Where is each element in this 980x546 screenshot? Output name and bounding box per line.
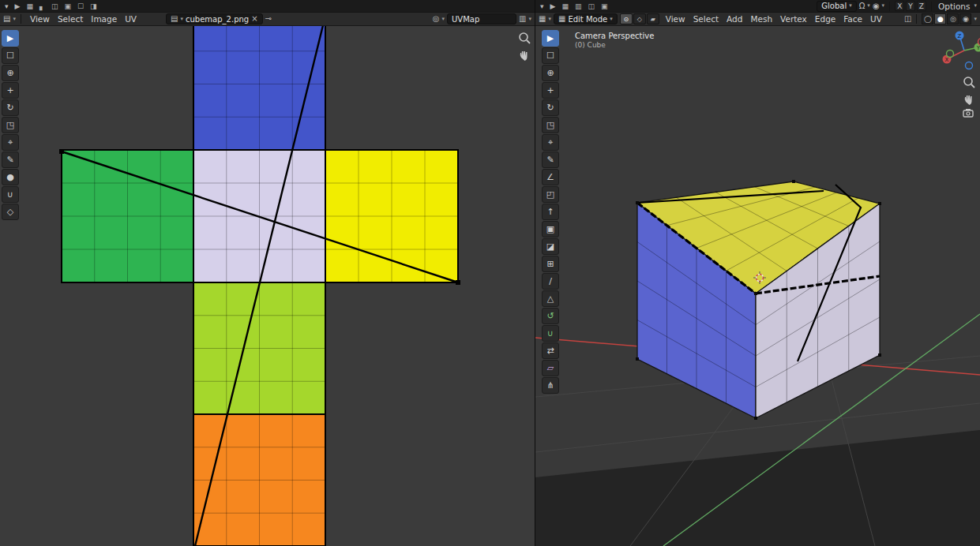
- sticky-select-mode-icon[interactable]: ◨: [88, 2, 99, 10]
- uv-sync-selection-icon[interactable]: ▦: [24, 2, 35, 10]
- uvmap-selector[interactable]: UVMap: [447, 13, 516, 24]
- tool-settings-menu-icon[interactable]: ▾: [3, 2, 10, 10]
- tool-knife[interactable]: ∕: [542, 273, 559, 290]
- options-caret-icon[interactable]: ▾: [974, 3, 977, 9]
- mirror-y-button[interactable]: Y: [906, 1, 915, 11]
- menu-face[interactable]: Face: [839, 14, 866, 24]
- gizmo-y-label: Y: [976, 45, 980, 51]
- xray-toggle-icon[interactable]: ◫: [904, 15, 911, 23]
- menu-select[interactable]: Select: [689, 14, 723, 24]
- tool-rip-region[interactable]: ⋔: [542, 377, 559, 394]
- shading-rendered[interactable]: ◉: [959, 13, 971, 24]
- active-tool-tweak-icon[interactable]: ▶: [549, 2, 558, 10]
- tool-tweak[interactable]: ▶: [2, 30, 19, 47]
- tool-move[interactable]: +: [542, 82, 559, 99]
- options-button[interactable]: Options: [937, 2, 972, 11]
- tool-transform[interactable]: ⌖: [2, 134, 19, 151]
- uv-menubar: ViewSelectImageUV: [26, 14, 141, 24]
- tool-extrude-region[interactable]: ↑: [542, 204, 559, 220]
- tool-transform[interactable]: ⌖: [542, 134, 559, 151]
- tool-move[interactable]: +: [2, 82, 19, 99]
- tool-edge-slide[interactable]: ⇄: [542, 342, 559, 359]
- tool-cursor[interactable]: ⊕: [2, 65, 19, 81]
- edge-select-mode[interactable]: ◇: [633, 13, 646, 24]
- tool-measure[interactable]: ∠: [542, 169, 559, 185]
- tool-smooth[interactable]: ∪: [542, 325, 559, 342]
- tool-annotate[interactable]: ✎: [542, 151, 559, 168]
- image-datablock-selector[interactable]: ▤ ▾ cubemap_2.png ×: [166, 13, 263, 24]
- menu-view[interactable]: View: [26, 14, 54, 24]
- transform-option-icon-3[interactable]: ◫: [586, 2, 596, 10]
- viewport-tool-settings-bar: ▾▶▦▥◫▣ Global ▾ Ω ▾ ◉ ▾ XYZ Options ▾: [535, 0, 980, 13]
- editor-type-caret-icon[interactable]: ▾: [13, 17, 16, 22]
- editor-type-caret-icon[interactable]: ▾: [548, 17, 551, 22]
- menu-view[interactable]: View: [662, 14, 689, 24]
- uv-view[interactable]: [0, 26, 535, 546]
- mode-caret-icon: ▾: [610, 17, 613, 22]
- tool-select-box[interactable]: ☐: [542, 47, 559, 64]
- unlink-image-icon[interactable]: ×: [251, 15, 257, 23]
- shading-material[interactable]: ◎: [947, 13, 959, 24]
- tool-annotate[interactable]: ✎: [2, 151, 19, 168]
- tool-scale[interactable]: ◳: [2, 117, 19, 133]
- tool-inset-faces[interactable]: ▣: [542, 221, 559, 237]
- snap-caret-icon[interactable]: ▾: [867, 3, 870, 9]
- viewport-canvas[interactable]: Z Y X Camera Perspective: [535, 26, 980, 546]
- menu-vertex[interactable]: Vertex: [776, 14, 811, 24]
- tool-add-cube[interactable]: ◰: [542, 186, 559, 203]
- uv-canvas[interactable]: ▶☐⊕+↻◳⌖✎●∪◇: [0, 26, 535, 546]
- snap-magnet-icon[interactable]: Ω: [859, 2, 865, 10]
- uv-select-mode-vertex-icon[interactable]: ▖: [38, 2, 47, 10]
- active-tool-tweak-icon[interactable]: ▶: [13, 2, 22, 10]
- shading-caret-icon[interactable]: ▾: [974, 17, 977, 22]
- mode-selector[interactable]: ▦ Edit Mode ▾: [554, 13, 618, 24]
- viewport-view[interactable]: Z Y X: [535, 26, 980, 546]
- face-select-mode[interactable]: ▰: [647, 13, 659, 24]
- menu-edge[interactable]: Edge: [811, 14, 839, 24]
- shading-wireframe[interactable]: ◯: [922, 13, 933, 24]
- tool-select-box[interactable]: ☐: [2, 47, 19, 64]
- editor-type-icon[interactable]: ▤: [3, 15, 10, 23]
- tool-poly-build[interactable]: △: [542, 290, 559, 307]
- tool-rotate[interactable]: ↻: [542, 99, 559, 116]
- tool-settings-menu-icon[interactable]: ▾: [539, 2, 546, 10]
- display-settings-icon[interactable]: ▥: [519, 15, 526, 23]
- orientation-selector[interactable]: Global ▾: [817, 1, 856, 12]
- transform-option-icon-1[interactable]: ▦: [560, 2, 570, 10]
- browse-image-icon[interactable]: ▤: [171, 15, 178, 23]
- proportional-caret-icon[interactable]: ▾: [882, 3, 885, 9]
- transform-option-icon-4[interactable]: ▣: [599, 2, 610, 10]
- tool-scale[interactable]: ◳: [542, 117, 559, 133]
- pin-icon[interactable]: ⊸: [265, 15, 272, 23]
- tool-cursor[interactable]: ⊕: [542, 65, 559, 81]
- uv-select-mode-edge-icon[interactable]: ◫: [50, 2, 60, 10]
- vertex-select-mode[interactable]: ⊙: [620, 13, 633, 24]
- tool-rotate[interactable]: ↻: [2, 99, 19, 116]
- mirror-z-button[interactable]: Z: [917, 1, 926, 11]
- menu-add[interactable]: Add: [723, 14, 746, 24]
- menu-mesh[interactable]: Mesh: [746, 14, 776, 24]
- mirror-x-button[interactable]: X: [895, 1, 904, 11]
- transform-option-icon-2[interactable]: ▥: [573, 2, 584, 10]
- tool-loop-cut[interactable]: ⊞: [542, 256, 559, 272]
- uv-select-mode-island-icon[interactable]: ☐: [76, 2, 85, 10]
- display-settings-caret-icon[interactable]: ▾: [528, 17, 531, 22]
- tool-relax[interactable]: ∪: [2, 186, 19, 203]
- editor-type-icon[interactable]: ▦: [539, 15, 546, 23]
- tool-pinch[interactable]: ◇: [2, 204, 19, 220]
- shading-solid[interactable]: ●: [934, 13, 946, 24]
- uvmap-icon[interactable]: ◎: [433, 15, 440, 23]
- tool-shear[interactable]: ▱: [542, 360, 559, 376]
- menu-uv[interactable]: UV: [121, 14, 141, 24]
- tool-spin[interactable]: ↺: [542, 308, 559, 324]
- tool-bevel[interactable]: ◪: [542, 238, 559, 255]
- tool-tweak[interactable]: ▶: [542, 30, 559, 47]
- menu-image[interactable]: Image: [87, 14, 121, 24]
- tool-grab[interactable]: ●: [2, 169, 19, 185]
- uv-select-mode-face-icon[interactable]: ▣: [62, 2, 73, 10]
- uvmap-caret-icon[interactable]: ▾: [442, 17, 445, 22]
- menu-select[interactable]: Select: [54, 14, 87, 24]
- menu-uv[interactable]: UV: [866, 14, 886, 24]
- browse-image-caret-icon[interactable]: ▾: [181, 17, 184, 22]
- proportional-edit-icon[interactable]: ◉: [873, 2, 880, 10]
